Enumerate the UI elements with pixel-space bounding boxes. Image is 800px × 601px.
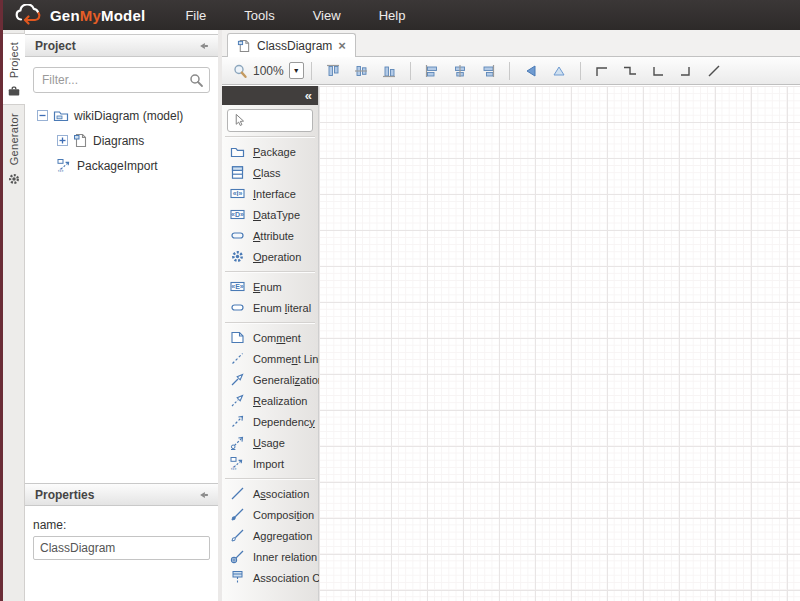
palette-tool-label: Import [253, 458, 284, 470]
sidebar-tab-generator[interactable]: Generator [3, 105, 25, 191]
sidebar-tab-project[interactable]: Project [3, 33, 25, 105]
editor-area: ClassDiagram × 100% ▼ « [222, 30, 800, 601]
palette-tool-interface[interactable]: «I»Interface [222, 183, 318, 204]
route-step-up-button[interactable] [590, 59, 614, 83]
diagram-canvas[interactable] [319, 86, 800, 601]
name-field[interactable] [33, 536, 210, 560]
menu-view[interactable]: View [301, 2, 353, 29]
tab-classdiagram[interactable]: ClassDiagram × [227, 33, 356, 57]
palette-separator [225, 322, 315, 323]
zoom-icon [232, 63, 248, 79]
collapse-panel-icon[interactable] [198, 489, 210, 501]
align-top-button[interactable] [321, 59, 345, 83]
palette-tool-label: Enum literal [253, 302, 311, 314]
palette-tool-import[interactable]: ‹I›Import [222, 453, 318, 474]
align-right-button[interactable] [476, 59, 500, 83]
palette-tool-realization[interactable]: Realization [222, 390, 318, 411]
expand-node-icon[interactable] [57, 135, 68, 146]
palette-tool-aggregation[interactable]: Aggregation [222, 525, 318, 546]
collapse-node-icon[interactable] [37, 110, 48, 121]
palette-tool-label: Usage [253, 437, 285, 449]
toolbar-groups [304, 59, 728, 83]
zoom-dropdown-button[interactable]: ▼ [289, 62, 304, 79]
palette-tool-attribute[interactable]: Attribute [222, 225, 318, 246]
palette-tool-package[interactable]: Package [222, 141, 318, 162]
collapse-panel-icon[interactable] [198, 40, 210, 52]
zoom-control[interactable]: 100% ▼ [232, 62, 304, 79]
palette-tool-composition[interactable]: Composition [222, 504, 318, 525]
menu-file[interactable]: File [173, 2, 218, 29]
composition-icon [230, 507, 245, 522]
align-center-icon [452, 63, 468, 79]
association-class-icon [230, 570, 245, 585]
svg-text:«I»: «I» [233, 190, 243, 197]
document-tabstrip: ClassDiagram × [222, 30, 800, 57]
palette-tool-enum[interactable]: «E»Enum [222, 276, 318, 297]
workarea: « PackageClass«I»Interface«D»DataTypeAtt… [222, 86, 800, 601]
palette-tool-label: DataType [253, 209, 300, 221]
toolbar-separator [509, 62, 510, 80]
diagram-page-icon [73, 133, 88, 148]
align-bottom-button[interactable] [377, 59, 401, 83]
palette-tool-comment-link[interactable]: Comment Link [222, 348, 318, 369]
palette-tool-label: Composition [253, 509, 314, 521]
align-middle-icon [353, 63, 369, 79]
menu-help[interactable]: Help [367, 2, 418, 29]
tree-item-diagrams[interactable]: Diagrams [25, 128, 218, 153]
route-corner-right-button[interactable] [674, 59, 698, 83]
align-middle-button[interactable] [349, 59, 373, 83]
svg-text:«E»: «E» [231, 283, 244, 290]
route-straight-button[interactable] [702, 59, 726, 83]
enum-icon: «E» [230, 279, 245, 294]
palette-header: « [222, 86, 318, 105]
align-left-button[interactable] [420, 59, 444, 83]
project-panel-title: Project [35, 39, 198, 53]
palette-tool-operation[interactable]: Operation [222, 246, 318, 267]
palette-tool-datatype[interactable]: «D»DataType [222, 204, 318, 225]
palette-separator [225, 271, 315, 272]
palette-tool-comment[interactable]: Comment [222, 327, 318, 348]
align-right-icon [480, 63, 496, 79]
flip-horizontal-icon [523, 63, 539, 79]
palette-tool-label: Interface [253, 188, 296, 200]
palette-tool-generalization[interactable]: Generalization [222, 369, 318, 390]
filter-input[interactable] [33, 67, 210, 93]
palette-tool-label: Operation [253, 251, 301, 263]
genmymodel-app: GenMyModel FileToolsViewHelp ProjectGene… [0, 0, 800, 601]
tree-item-packageimport[interactable]: ‹I›PackageImport [25, 153, 218, 178]
palette-tool-label: Attribute [253, 230, 294, 242]
palette-tool-association[interactable]: Association [222, 483, 318, 504]
model-folder-icon [53, 108, 69, 124]
menu-tools[interactable]: Tools [232, 2, 286, 29]
close-tab-icon[interactable]: × [338, 39, 346, 52]
palette-tool-association-cl[interactable]: Association Cl... [222, 567, 318, 588]
project-panel-header: Project [25, 34, 218, 57]
align-center-button[interactable] [448, 59, 472, 83]
tree-item-label: Diagrams [93, 134, 144, 148]
search-icon [188, 72, 204, 88]
inner-relation-icon [230, 549, 245, 564]
palette-tool-class[interactable]: Class [222, 162, 318, 183]
window-edge [0, 0, 3, 601]
flip-vertical-button[interactable] [547, 59, 571, 83]
route-step-down-button[interactable] [618, 59, 642, 83]
palette-items: PackageClass«I»Interface«D»DataTypeAttri… [222, 136, 318, 588]
cursor-icon [232, 113, 247, 128]
palette-tool-inner-relation[interactable]: Inner relation [222, 546, 318, 567]
palette-tool-enum-literal[interactable]: Enum literal [222, 297, 318, 318]
route-corner-right-icon [678, 63, 694, 79]
tree-item-label: wikiDiagram (model) [74, 109, 183, 123]
interface-icon: «I» [230, 186, 245, 201]
name-field-label: name: [33, 518, 210, 532]
properties-body: name: [25, 512, 218, 560]
flip-horizontal-button[interactable] [519, 59, 543, 83]
selection-tool-button[interactable] [227, 109, 313, 132]
collapse-palette-button[interactable]: « [305, 89, 311, 102]
comment-link-icon [230, 351, 245, 366]
tree-item-wikidiagram-model[interactable]: wikiDiagram (model) [25, 103, 218, 128]
generalization-icon [230, 372, 245, 387]
palette-tool-dependency[interactable]: Dependency [222, 411, 318, 432]
route-corner-left-button[interactable] [646, 59, 670, 83]
palette-tool-usage[interactable]: Usage [222, 432, 318, 453]
datatype-icon: «D» [230, 207, 245, 222]
